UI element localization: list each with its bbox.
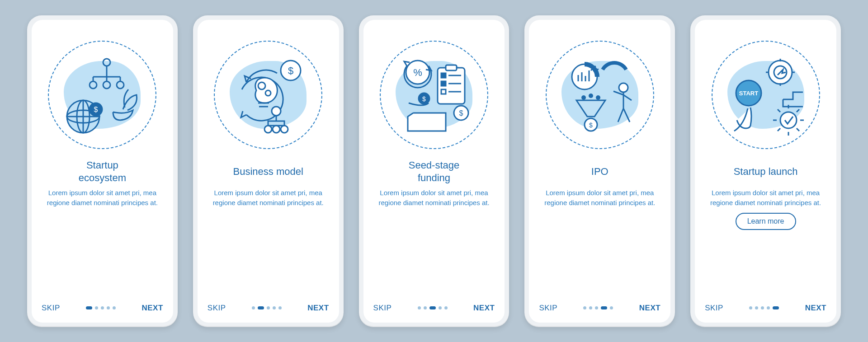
business-model-icon: $ — [214, 41, 322, 149]
svg-point-32 — [596, 95, 600, 100]
svg-point-31 — [589, 94, 593, 98]
screen-description: Lorem ipsum dolor sit amet pri, mea regi… — [208, 188, 329, 208]
screen-description: Lorem ipsum dolor sit amet pri, mea regi… — [373, 188, 495, 208]
screen-description: Lorem ipsum dolor sit amet pri, mea regi… — [42, 188, 163, 208]
startup-launch-icon: START — [712, 41, 820, 149]
screen-title: Seed-stagefunding — [409, 159, 460, 184]
onboarding-screen-2: $ Business model Lorem ipsum dolor sit a… — [198, 20, 339, 323]
svg-text:$: $ — [459, 109, 463, 117]
svg-point-0 — [103, 59, 110, 66]
svg-text:$: $ — [94, 106, 98, 113]
page-indicator — [583, 306, 613, 309]
svg-rect-20 — [446, 65, 457, 70]
skip-button[interactable]: SKIP — [208, 304, 226, 313]
skip-button[interactable]: SKIP — [42, 304, 60, 313]
onboarding-navbar: SKIP NEXT — [373, 304, 495, 313]
page-indicator — [749, 306, 779, 309]
svg-point-14 — [264, 126, 272, 133]
screen-description: Lorem ipsum dolor sit amet pri, mea regi… — [705, 188, 826, 208]
screen-description: Lorem ipsum dolor sit amet pri, mea regi… — [539, 188, 660, 208]
screen-title: Business model — [233, 159, 303, 184]
phone-mockup: $ IPO Lorem ipsum dolor sit amet pri, me… — [524, 15, 675, 327]
page-indicator — [86, 306, 116, 309]
screen-title: Startup launch — [734, 159, 798, 184]
skip-button[interactable]: SKIP — [373, 304, 392, 313]
onboarding-screen-1: $ Startupecosystem Lorem ipsum dolor sit… — [32, 20, 173, 323]
svg-point-3 — [117, 81, 124, 89]
svg-text:$: $ — [589, 122, 593, 129]
svg-point-38 — [780, 112, 797, 128]
phone-mockup: $ Startupecosystem Lorem ipsum dolor sit… — [27, 15, 178, 327]
screen-title: IPO — [591, 159, 609, 184]
skip-button[interactable]: SKIP — [539, 304, 557, 313]
next-button[interactable]: NEXT — [142, 304, 163, 313]
svg-text:$: $ — [422, 95, 426, 103]
onboarding-navbar: SKIP NEXT — [705, 304, 826, 313]
onboarding-navbar: SKIP NEXT — [539, 304, 660, 313]
phone-mockup: $ Business model Lorem ipsum dolor sit a… — [193, 15, 344, 327]
svg-point-16 — [281, 126, 288, 133]
svg-point-29 — [619, 83, 628, 92]
phone-mockup: % $ $ Seed-stagefunding Lorem ipsum dolo… — [359, 15, 509, 327]
svg-text:%: % — [413, 67, 422, 78]
svg-text:$: $ — [288, 65, 293, 76]
svg-rect-23 — [441, 89, 446, 94]
onboarding-navbar: SKIP NEXT — [208, 304, 329, 313]
ipo-icon: $ — [546, 41, 654, 149]
next-button[interactable]: NEXT — [639, 304, 660, 313]
svg-point-1 — [90, 81, 97, 89]
svg-point-2 — [103, 81, 110, 89]
svg-point-15 — [273, 126, 280, 133]
phone-mockup: START Startup launch Lorem ipsum dolor s… — [690, 15, 841, 327]
onboarding-screen-5: START Startup launch Lorem ipsum dolor s… — [695, 20, 836, 323]
svg-rect-22 — [441, 81, 446, 86]
page-indicator — [252, 306, 282, 309]
svg-point-30 — [581, 95, 586, 100]
svg-rect-21 — [441, 73, 446, 78]
screen-title: Startupecosystem — [79, 159, 126, 184]
start-button-label: START — [739, 90, 758, 97]
onboarding-screen-4: $ IPO Lorem ipsum dolor sit amet pri, me… — [529, 20, 670, 323]
next-button[interactable]: NEXT — [307, 304, 329, 313]
onboarding-navbar: SKIP NEXT — [42, 304, 163, 313]
learn-more-button[interactable]: Learn more — [736, 213, 796, 230]
next-button[interactable]: NEXT — [473, 304, 495, 313]
skip-button[interactable]: SKIP — [705, 304, 723, 313]
startup-ecosystem-icon: $ — [48, 41, 156, 149]
onboarding-screen-3: % $ $ Seed-stagefunding Lorem ipsum dolo… — [363, 20, 505, 323]
page-indicator — [418, 306, 448, 309]
seed-funding-icon: % $ $ — [380, 41, 488, 149]
svg-point-13 — [272, 107, 281, 116]
next-button[interactable]: NEXT — [805, 304, 826, 313]
